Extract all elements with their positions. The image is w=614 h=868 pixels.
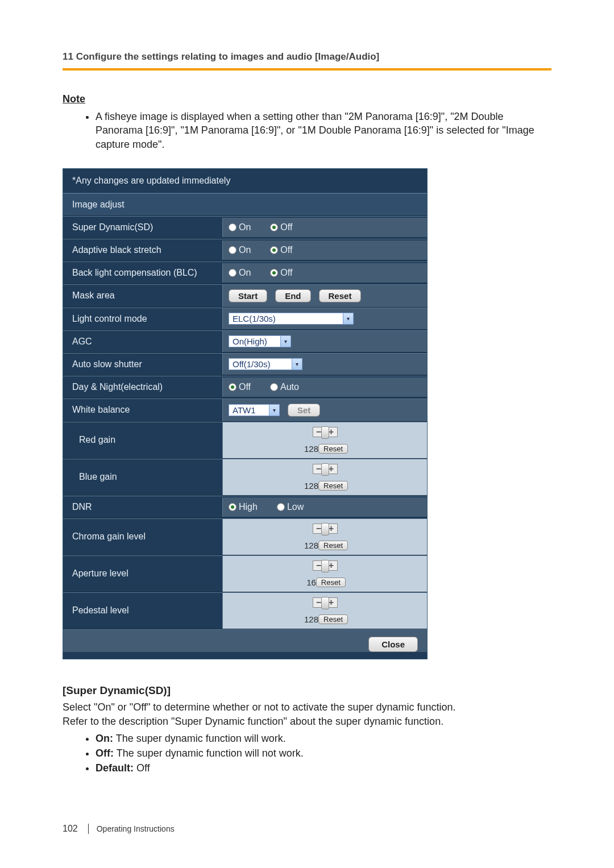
row-ass: Auto slow shutter Off(1/30s)▾ — [63, 353, 427, 376]
radio-dnr-low[interactable]: Low — [277, 502, 304, 512]
radio-dot-icon — [229, 383, 237, 391]
radio-abs-off-label: Off — [280, 245, 292, 255]
pedestal-reset-button[interactable]: Reset — [318, 614, 348, 624]
pedestal-value: 128 — [302, 614, 318, 624]
opt-on-text: The super dynamic function will work. — [113, 733, 286, 744]
wb-set-button[interactable]: Set — [288, 404, 320, 417]
radio-sd-off-label: Off — [280, 222, 292, 232]
page-footer: 102 Operating Instructions — [63, 824, 175, 834]
section-heading-sd: [Super Dynamic(SD)] — [63, 684, 551, 697]
slider-thumb-icon — [321, 463, 329, 476]
row-super-dynamic: Super Dynamic(SD) On Off — [63, 216, 427, 239]
radio-blc-off[interactable]: Off — [270, 268, 292, 278]
row-dnr: DNR High Low — [63, 496, 427, 518]
radio-abs-off[interactable]: Off — [270, 245, 292, 255]
note-item: A fisheye image is displayed when a sett… — [96, 110, 551, 151]
radio-dn-auto[interactable]: Auto — [270, 382, 299, 392]
row-dn: Day & Night(electrical) Off Auto — [63, 376, 427, 398]
option-list: On: The super dynamic function will work… — [85, 731, 551, 775]
radio-dn-auto-label: Auto — [280, 382, 299, 392]
row-mask: Mask area Start End Reset — [63, 284, 427, 308]
row-lcm: Light control mode ELC(1/30s)▾ — [63, 308, 427, 330]
slider-thumb-icon — [321, 597, 329, 609]
lcm-value: ELC(1/30s) — [233, 314, 276, 323]
chroma-value: 128 — [302, 541, 318, 550]
radio-sd-off[interactable]: Off — [270, 222, 292, 232]
label-red: Red gain — [63, 429, 222, 451]
mask-end-button[interactable]: End — [275, 289, 310, 302]
radio-dn-off-label: Off — [239, 382, 251, 392]
radio-dot-icon — [270, 383, 278, 391]
chapter-header: 11 Configure the settings relating to im… — [63, 51, 551, 63]
body-text-1: Select "On" or "Off" to determine whethe… — [63, 700, 551, 715]
label-mask: Mask area — [63, 285, 222, 306]
body-text-2: Refer to the description "Super Dynamic … — [63, 715, 551, 729]
label-dnr: DNR — [63, 496, 222, 518]
image-adjust-panel: *Any changes are updated immediately Ima… — [63, 168, 428, 659]
radio-dot-icon — [229, 246, 237, 254]
option-on: On: The super dynamic function will work… — [96, 731, 551, 746]
chevron-down-icon: ▾ — [280, 336, 291, 347]
red-reset-button[interactable]: Reset — [318, 444, 348, 454]
red-value: 128 — [302, 444, 318, 454]
row-blue: Blue gain − + 128Reset — [63, 459, 427, 496]
opt-def-key: Default: — [96, 762, 134, 774]
radio-dnr-high-label: High — [239, 502, 258, 512]
row-chroma: Chroma gain level − + 128Reset — [63, 518, 427, 555]
label-pedestal: Pedestal level — [63, 600, 222, 621]
chroma-reset-button[interactable]: Reset — [318, 541, 348, 550]
radio-dn-off[interactable]: Off — [229, 382, 251, 392]
notice-text: *Any changes are updated immediately — [63, 169, 427, 193]
mask-reset-button[interactable]: Reset — [319, 289, 362, 302]
chevron-down-icon: ▾ — [292, 359, 302, 369]
label-agc: AGC — [63, 331, 222, 352]
opt-on-key: On: — [96, 733, 113, 744]
footer-text: Operating Instructions — [97, 824, 175, 833]
radio-sd-on[interactable]: On — [229, 222, 251, 232]
radio-dot-icon — [229, 503, 237, 511]
ass-select[interactable]: Off(1/30s)▾ — [229, 358, 302, 370]
radio-dnr-high[interactable]: High — [229, 502, 258, 512]
blue-value: 128 — [302, 481, 318, 491]
blue-reset-button[interactable]: Reset — [318, 481, 348, 491]
mask-start-button[interactable]: Start — [229, 289, 267, 302]
agc-select[interactable]: On(High)▾ — [229, 335, 291, 347]
wb-select[interactable]: ATW1▾ — [229, 404, 280, 416]
radio-dot-icon — [270, 269, 278, 277]
radio-dot-icon — [277, 503, 285, 511]
opt-off-text: The super dynamic function will not work… — [114, 747, 304, 759]
radio-dot-icon — [270, 223, 278, 231]
label-sd: Super Dynamic(SD) — [63, 217, 222, 238]
row-aperture: Aperture level − + 16Reset — [63, 555, 427, 592]
agc-value: On(High) — [233, 337, 267, 346]
opt-def-text: Off — [134, 762, 150, 774]
note-list: A fisheye image is displayed when a sett… — [85, 110, 551, 151]
label-ass: Auto slow shutter — [63, 354, 222, 375]
radio-abs-on-label: On — [239, 245, 251, 255]
radio-sd-on-label: On — [239, 222, 251, 232]
radio-dot-icon — [270, 246, 278, 254]
close-button[interactable]: Close — [368, 637, 418, 652]
section-title: Image adjust — [63, 193, 427, 216]
slider-thumb-icon — [321, 523, 329, 535]
row-pedestal: Pedestal level − + 128Reset — [63, 592, 427, 629]
lcm-select[interactable]: ELC(1/30s)▾ — [229, 313, 354, 325]
radio-dot-icon — [229, 269, 237, 277]
label-aperture: Aperture level — [63, 563, 222, 584]
chevron-down-icon: ▾ — [269, 405, 279, 416]
label-wb: White balance — [63, 399, 222, 421]
label-blue: Blue gain — [63, 466, 222, 488]
radio-abs-on[interactable]: On — [229, 245, 251, 255]
row-agc: AGC On(High)▾ — [63, 330, 427, 353]
page-number: 102 — [63, 824, 89, 834]
label-abs: Adaptive black stretch — [63, 239, 222, 261]
row-blc: Back light compensation (BLC) On Off — [63, 261, 427, 284]
opt-off-key: Off: — [96, 747, 114, 759]
option-default: Default: Off — [96, 761, 551, 775]
row-wb: White balance ATW1▾ Set — [63, 398, 427, 422]
radio-blc-off-label: Off — [280, 268, 292, 278]
radio-blc-on[interactable]: On — [229, 268, 251, 278]
aperture-reset-button[interactable]: Reset — [316, 578, 346, 587]
radio-dot-icon — [229, 223, 237, 231]
chevron-down-icon: ▾ — [343, 313, 353, 324]
